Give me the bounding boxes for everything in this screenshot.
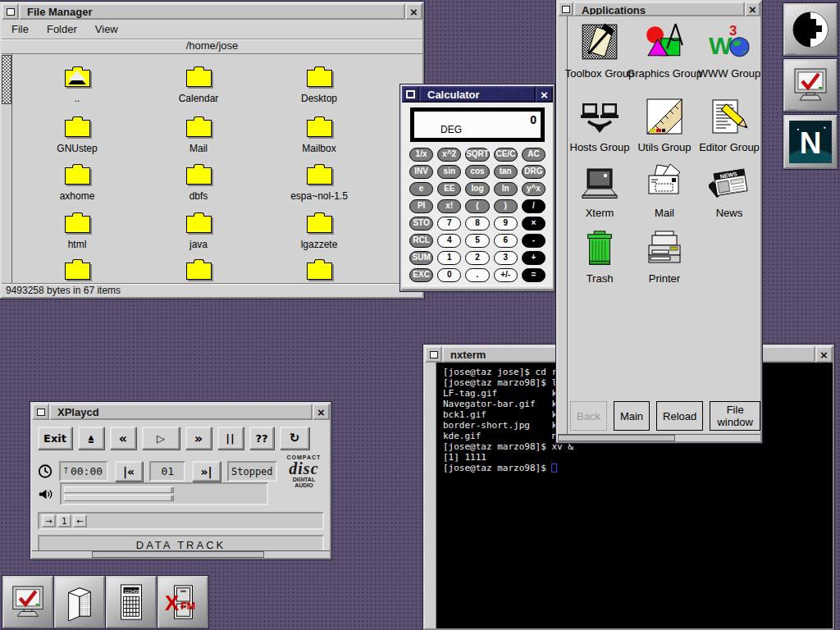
scrollbar-thumb[interactable] (2, 55, 11, 104)
calc-key-2[interactable]: 2 (465, 251, 489, 265)
balance-slider[interactable] (64, 495, 174, 501)
app-item-hosts-group[interactable]: Hosts Group (564, 100, 636, 153)
calc-key-sin[interactable]: sin (437, 165, 461, 179)
app-item-toolbox-group[interactable]: Toolbox Group (564, 21, 636, 80)
calc-key-inv[interactable]: INV (409, 165, 433, 179)
calc-key-rcl[interactable]: RCL (409, 234, 433, 248)
file-window-button[interactable]: File window (710, 401, 760, 431)
close-button[interactable]: × (745, 2, 760, 16)
calc-key-sto[interactable]: STO (409, 217, 433, 231)
folder-item-gnustep[interactable]: GNUstep (28, 116, 126, 154)
dock-tile-calculator[interactable]: 123456 (106, 576, 157, 628)
shuffle-button[interactable]: ?? (249, 427, 274, 450)
loop-button[interactable]: ↻ (280, 427, 309, 450)
dock-tile-netscape[interactable]: N (783, 115, 838, 169)
calc-key-ce-c[interactable]: CE/C (494, 148, 518, 162)
app-item-printer[interactable]: Printer (628, 230, 701, 285)
window-menu-button[interactable] (558, 2, 573, 16)
calc-key-cos[interactable]: cos (465, 165, 489, 179)
app-item-news[interactable]: NEWS News (693, 162, 760, 219)
calculator-titlebar[interactable]: Calculator × (402, 86, 553, 103)
calculator-resize-bar[interactable] (402, 285, 553, 290)
calc-key-log[interactable]: log (465, 182, 489, 196)
calc-key-7[interactable]: 7 (437, 217, 461, 231)
app-item-graphics-group[interactable]: Graphics Group (628, 21, 701, 80)
calc-key-recip[interactable]: 1/x (409, 148, 433, 162)
folder-item-calendar[interactable]: Calendar (149, 66, 248, 104)
dock-tile-monitor[interactable] (2, 576, 53, 628)
calc-key-pow[interactable]: y^x (522, 182, 546, 196)
calc-key-rparen[interactable]: ) (494, 199, 518, 213)
pause-button[interactable]: || (217, 427, 244, 450)
track-number-button[interactable]: 1 (57, 514, 71, 527)
calc-key-equals[interactable]: = (522, 268, 546, 282)
calc-key-4[interactable]: 4 (437, 234, 461, 248)
calc-key-5[interactable]: 5 (465, 234, 489, 248)
app-item-trash[interactable]: Trash (564, 230, 636, 285)
calc-key-sign[interactable]: +/- (494, 268, 518, 282)
app-item-xterm[interactable]: Xterm (564, 166, 636, 219)
dock-tile-modules[interactable]: ... (783, 3, 838, 56)
app-item-mail[interactable]: Mail (628, 162, 701, 219)
calc-key-divide[interactable]: / (522, 199, 546, 213)
applications-titlebar[interactable]: Applications × (558, 2, 760, 16)
xplaycd-titlebar[interactable]: XPlaycd × (32, 404, 330, 420)
calc-key-multiply[interactable]: × (522, 217, 546, 231)
track-next-button[interactable]: → (42, 514, 56, 527)
calc-key-add[interactable]: + (522, 251, 546, 265)
calc-key-pi[interactable]: PI (409, 199, 433, 213)
terminal-scrollbar[interactable] (425, 363, 436, 628)
exit-button[interactable]: Exit (38, 427, 72, 450)
dock-tile-xterm-check[interactable]: ... (783, 59, 838, 112)
dock-tile-xfm[interactable]: X FM (158, 576, 208, 628)
applications-hscrollbar[interactable] (558, 434, 760, 441)
calc-key-factorial[interactable]: x! (437, 199, 461, 213)
prev-track-button[interactable]: |« (115, 461, 143, 482)
close-button[interactable]: × (815, 346, 833, 363)
window-menu-button[interactable] (32, 404, 49, 420)
menu-file[interactable]: File (11, 23, 29, 35)
close-button[interactable]: × (405, 3, 422, 20)
calc-key-9[interactable]: 9 (494, 217, 518, 231)
reload-button[interactable]: Reload (656, 401, 703, 431)
calc-key-ln[interactable]: ln (494, 182, 518, 196)
main-button[interactable]: Main (614, 401, 650, 431)
calc-key-drg[interactable]: DRG (522, 165, 546, 179)
calc-key-0[interactable]: 0 (437, 268, 461, 282)
window-menu-button[interactable] (2, 3, 19, 20)
folder-item-partial[interactable] (149, 258, 248, 280)
app-item-www-group[interactable]: W 3 WWW Group (693, 21, 760, 80)
calc-key-lparen[interactable]: ( (465, 199, 489, 213)
calc-key-subtract[interactable]: - (522, 234, 546, 248)
calc-key-3[interactable]: 3 (494, 251, 518, 265)
file-manager-titlebar[interactable]: File Manager × (2, 3, 422, 20)
folder-item-html[interactable]: html (28, 212, 126, 250)
calc-key-sum[interactable]: SUM (409, 251, 433, 265)
folder-item-lgazzete[interactable]: lgazzete (270, 212, 368, 250)
calc-key-ee[interactable]: EE (437, 182, 461, 196)
play-button[interactable]: ▷ (142, 427, 180, 450)
window-menu-button[interactable] (425, 346, 442, 363)
bottom-bar-thumb[interactable] (92, 551, 265, 558)
folder-item-partial[interactable] (28, 258, 126, 280)
calc-key-1[interactable]: 1 (437, 251, 461, 265)
track-prev-button[interactable]: ← (73, 514, 87, 527)
close-button[interactable]: × (536, 86, 553, 103)
hscrollbar-thumb[interactable] (558, 435, 675, 441)
calc-key-square[interactable]: x^2 (437, 148, 461, 162)
calc-key-tan[interactable]: tan (494, 165, 518, 179)
calc-key-ac[interactable]: AC (522, 148, 546, 162)
calc-key-e[interactable]: e (409, 182, 433, 196)
menu-folder[interactable]: Folder (47, 23, 77, 35)
vertical-scrollbar[interactable] (2, 54, 12, 283)
xplaycd-bottom-bar[interactable] (32, 550, 330, 558)
app-item-editor-group[interactable]: Editor Group (693, 97, 760, 153)
back-button[interactable]: Back (570, 401, 607, 431)
folder-item-mail[interactable]: Mail (149, 116, 248, 154)
close-button[interactable]: × (313, 404, 330, 420)
calc-key-exc[interactable]: EXC (409, 268, 433, 282)
next-track-button[interactable]: »| (192, 461, 220, 482)
folder-item-desktop[interactable]: Desktop (270, 66, 368, 104)
folder-item-espanol[interactable]: espa~nol-1.5 (270, 163, 368, 202)
folder-item-dbfs[interactable]: dbfs (149, 163, 248, 202)
